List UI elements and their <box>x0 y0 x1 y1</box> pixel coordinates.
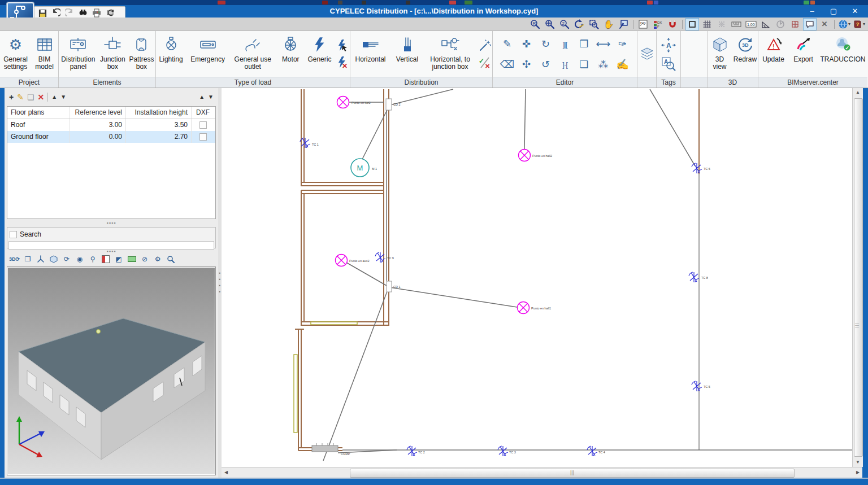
distribution-panel-button[interactable]: Distribution panel <box>59 33 98 71</box>
scroll-left-arrow[interactable]: ◀ <box>222 468 231 477</box>
walkthrough-button[interactable]: ⚲ <box>88 254 98 264</box>
socket-outlet-symbol[interactable] <box>498 446 508 456</box>
print-icon[interactable] <box>91 8 102 18</box>
comments-button[interactable] <box>803 18 817 30</box>
motor-load-button[interactable]: Motor <box>277 33 304 63</box>
object-snap-button[interactable] <box>666 18 679 30</box>
drawing-canvas[interactable]: M Punto en luz2 CD 2 TC 1 M 1 Punto en h… <box>222 88 852 467</box>
3d-view-button[interactable]: 3D view <box>708 33 732 71</box>
lighting-point-symbol[interactable] <box>518 302 530 314</box>
selection-button[interactable] <box>685 18 699 30</box>
zoom-previous-button[interactable]: R <box>528 18 542 30</box>
disperse-icon[interactable]: ⁂ <box>594 54 613 75</box>
zoom-3d-button[interactable] <box>166 254 176 264</box>
redo-icon[interactable] <box>64 8 75 18</box>
distribution-horizontal-button[interactable]: Horizontal <box>351 33 390 63</box>
table-row-selected[interactable]: Ground floor 0.00 2.70 <box>7 131 215 143</box>
scroll-up-arrow[interactable]: ▲ <box>853 88 863 97</box>
zoom-all-button[interactable] <box>543 18 557 30</box>
move-floor-up-button[interactable]: ▲ <box>51 93 57 101</box>
bring-to-front-button[interactable] <box>617 18 630 30</box>
measure-3d-button[interactable] <box>127 254 137 264</box>
wireframe-button[interactable]: ◩ <box>114 254 124 264</box>
column-header[interactable]: DXF <box>192 107 214 119</box>
add-floor-button[interactable]: + <box>9 93 14 101</box>
dxf-checkbox[interactable] <box>199 121 207 129</box>
scroll-right-arrow[interactable]: ▶ <box>853 468 862 477</box>
dxf-templates-button[interactable]: DX <box>636 18 650 30</box>
cut-button[interactable]: ✕ <box>818 18 831 30</box>
lighting-point-symbol[interactable] <box>519 150 531 161</box>
column-header[interactable]: Floor plans <box>7 107 70 119</box>
circuit-wires[interactable] <box>323 89 852 461</box>
pattress-box-button[interactable]: Pattress box <box>128 33 155 71</box>
horizontal-scrollbar[interactable]: ◀ ||| ▶ <box>222 467 862 478</box>
copy-icon[interactable]: ❏ <box>575 54 594 75</box>
delete-floor-button[interactable]: ✕ <box>37 93 44 101</box>
hide-elements-button[interactable]: ⊘ <box>140 254 150 264</box>
protractor-button[interactable] <box>774 18 787 30</box>
socket-outlet-symbol[interactable] <box>689 272 699 282</box>
close-button[interactable]: ✕ <box>845 5 865 18</box>
validate-icon[interactable]: ✓✕ <box>478 55 492 70</box>
column-header[interactable]: Installation height <box>126 107 192 119</box>
help-button[interactable]: ?▾ <box>852 18 866 30</box>
orto-button[interactable] <box>788 18 802 30</box>
layers-3d-button[interactable]: ❐ <box>23 254 33 264</box>
column-header[interactable]: Reference level <box>70 107 126 119</box>
vertical-scrollbar[interactable]: ▲ — — — ▼ <box>852 88 863 467</box>
zoom-scale-button[interactable]: 2 <box>558 18 571 30</box>
layers-icon[interactable] <box>640 46 654 62</box>
edit-icon[interactable]: ✎ <box>498 34 517 54</box>
move-icon[interactable]: ✜ <box>517 34 536 54</box>
dxf-checkbox[interactable] <box>199 133 207 141</box>
junction-box-symbol[interactable] <box>386 99 392 110</box>
magic-wand-icon[interactable] <box>478 38 492 53</box>
delete-load-icon[interactable]: ✕ <box>335 55 350 70</box>
socket-outlet-symbol[interactable] <box>407 446 417 456</box>
pan-button[interactable]: ✋ <box>602 18 615 30</box>
edit-floor-button[interactable]: ✎ <box>17 93 24 101</box>
socket-outlet-symbol[interactable] <box>692 381 702 391</box>
view-eye-button[interactable]: ◉ <box>75 254 85 264</box>
redraw-3d-button[interactable]: 3D⟳ <box>9 254 20 264</box>
print-setup-icon[interactable] <box>105 8 116 18</box>
socket-outlet-symbol[interactable] <box>587 446 597 456</box>
lighting-point-symbol[interactable] <box>337 97 349 108</box>
distribution-panel-symbol[interactable] <box>312 443 338 452</box>
minimize-button[interactable]: – <box>802 5 822 18</box>
table-row[interactable]: Roof 3.00 3.50 <box>7 119 215 131</box>
distribution-vertical-button[interactable]: Vertical <box>392 33 423 63</box>
maximize-button[interactable]: ▢ <box>824 5 843 18</box>
rotate-point-icon[interactable]: ↺ <box>536 54 555 75</box>
grid-button[interactable] <box>700 18 714 30</box>
collapse-down-button[interactable]: ▼ <box>208 93 214 101</box>
angle-button[interactable] <box>759 18 772 30</box>
paintbrush-icon[interactable]: ✑ <box>613 34 632 54</box>
grid-points-button[interactable] <box>715 18 728 30</box>
find-tag-icon[interactable]: A <box>661 56 676 73</box>
generic-load-button[interactable]: Generic <box>305 33 334 63</box>
lighting-point-symbol[interactable] <box>336 255 348 266</box>
redraw-button[interactable] <box>572 18 586 30</box>
scroll-down-arrow[interactable]: ▼ <box>853 458 863 467</box>
section-box-button[interactable] <box>101 254 111 264</box>
motor-symbol[interactable]: M <box>351 159 369 177</box>
bim-user-button[interactable]: ✓ TRADUCCION <box>819 33 867 63</box>
symmetry-icon[interactable]: ]|[ <box>555 34 575 54</box>
distribution-horizontal-junction-button[interactable]: Horizontal, to junction box <box>424 33 476 71</box>
bim-model-button[interactable]: BIM model <box>32 33 58 71</box>
symmetry-axis-icon[interactable]: ]·[ <box>555 54 575 75</box>
dxf-layers-button[interactable]: DXF <box>651 18 665 30</box>
panel-splitter[interactable]: ▪▪▪▪ <box>7 221 216 226</box>
search-checkbox[interactable] <box>10 231 17 238</box>
move-floor-down-button[interactable]: ▼ <box>60 93 66 101</box>
collapse-up-button[interactable]: ▲ <box>199 93 205 101</box>
socket-outlet-symbol[interactable] <box>692 163 702 173</box>
update-button[interactable]: ! Update <box>759 33 788 63</box>
export-button[interactable]: Export <box>789 33 818 63</box>
copy-floor-button[interactable]: ❏ <box>27 93 34 101</box>
find-icon[interactable] <box>77 8 89 18</box>
horizontal-scroll-thumb[interactable]: ||| <box>350 469 795 478</box>
junction-box-button[interactable]: Junction box <box>99 33 127 71</box>
